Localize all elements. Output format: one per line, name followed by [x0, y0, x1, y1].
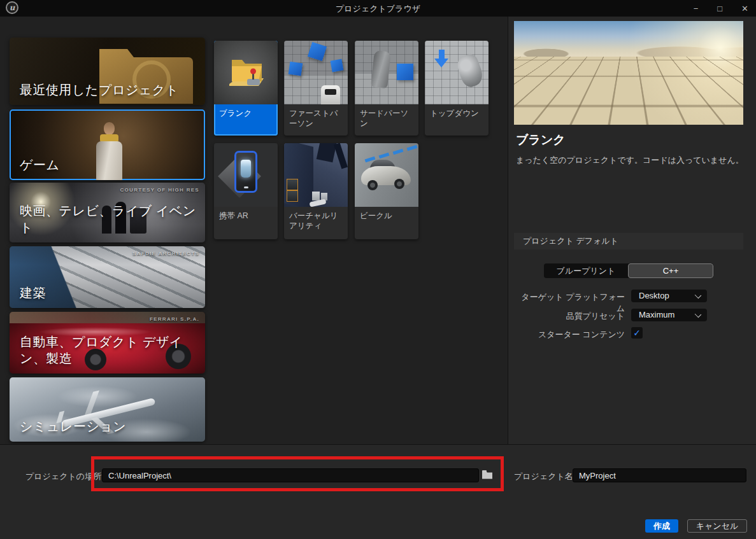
- chevron-down-icon: [695, 311, 701, 318]
- vehicle-thumbnail: [355, 143, 418, 207]
- credit-badge: COURTESY OF HIGH RES: [120, 187, 199, 193]
- sidebar-item-games[interactable]: ゲーム: [10, 109, 205, 180]
- cancel-button[interactable]: キャンセル: [687, 519, 747, 533]
- template-third-person[interactable]: サードパーソン: [355, 41, 418, 136]
- template-label: ビークル: [355, 207, 418, 221]
- project-name-input[interactable]: [573, 468, 746, 482]
- template-label: バーチャルリアリティ: [284, 207, 348, 232]
- maximize-icon[interactable]: □: [717, 4, 722, 13]
- browse-folder-button[interactable]: [481, 469, 494, 482]
- sidebar-item-label: 映画、テレビ、ライブ イベント: [20, 202, 198, 235]
- first-person-thumbnail: [284, 41, 348, 104]
- quality-preset-label: 品質プリセット: [514, 311, 625, 322]
- top-down-thumbnail: [425, 41, 489, 104]
- template-preview-image: [514, 21, 743, 125]
- character-art: [104, 122, 115, 135]
- third-person-thumbnail: [355, 41, 418, 104]
- folder-icon: [481, 470, 493, 480]
- template-label: 携帯 AR: [214, 207, 278, 221]
- project-location-label: プロジェクトの場所: [25, 471, 101, 482]
- detail-panel: ブランク まったく空のプロジェクトです。コードは入っていません。 プロジェクト …: [508, 17, 756, 444]
- credit-badge: FERRARI S.P.A.: [150, 316, 199, 322]
- template-vehicle[interactable]: ビークル: [355, 143, 418, 239]
- template-title: ブランク: [516, 132, 566, 148]
- template-label: サードパーソン: [355, 104, 418, 129]
- sidebar-item-label: ゲーム: [20, 157, 59, 173]
- sidebar-item-label: 建築: [20, 284, 46, 301]
- main-content: 最近使用したプロジェクト ゲーム COURTESY OF HIGH RES 映画…: [0, 17, 508, 444]
- window-title: プロジェクトブラウザ: [0, 3, 756, 15]
- template-label: トップダウン: [425, 104, 489, 118]
- starter-content-checkbox[interactable]: ✓: [631, 327, 643, 339]
- sidebar-item-architecture[interactable]: SAFDIE ARCHITECTS 建築: [10, 246, 205, 308]
- project-name-label: プロジェクト名: [514, 471, 573, 482]
- sidebar-item-label: 最近使用したプロジェクト: [20, 81, 179, 98]
- quality-preset-dropdown[interactable]: Maximum: [631, 309, 707, 321]
- project-browser-window: u プロジェクトブラウザ − □ ✕ 最近使用したプロジェクト ゲーム: [0, 0, 756, 539]
- window-controls: − □ ✕: [694, 0, 748, 17]
- blueprint-option[interactable]: ブループリント: [544, 263, 628, 278]
- title-bar: u プロジェクトブラウザ − □ ✕: [0, 0, 756, 17]
- create-button[interactable]: 作成: [645, 519, 678, 533]
- target-platform-dropdown[interactable]: Desktop: [631, 290, 707, 302]
- credit-badge: SAFDIE ARCHITECTS: [132, 251, 199, 256]
- close-icon[interactable]: ✕: [741, 4, 748, 13]
- language-toggle: ブループリント C++: [544, 263, 713, 278]
- minimize-icon[interactable]: −: [694, 4, 699, 13]
- sun-glow: [514, 21, 743, 125]
- project-location-input[interactable]: [102, 468, 479, 482]
- template-label: ブランク: [214, 104, 278, 118]
- sidebar-item-film-tv-live-events[interactable]: COURTESY OF HIGH RES 映画、テレビ、ライブ イベント: [10, 183, 205, 242]
- sidebar-item-label: 自動車、プロダクト デザイン、製造: [20, 333, 198, 367]
- virtual-reality-thumbnail: [284, 143, 348, 207]
- footer-bar: プロジェクトの場所 プロジェクト名 作成 キャンセル: [0, 444, 756, 539]
- handheld-ar-thumbnail: [214, 143, 278, 207]
- cpp-option[interactable]: C++: [628, 263, 713, 278]
- template-top-down[interactable]: トップダウン: [425, 41, 489, 136]
- folder-gamepad-icon: [225, 55, 266, 90]
- chevron-down-icon: [695, 292, 701, 298]
- template-handheld-ar[interactable]: 携帯 AR: [214, 143, 278, 239]
- template-blank[interactable]: ブランク: [214, 41, 278, 136]
- starter-content-label: スターター コンテンツ: [514, 329, 625, 340]
- template-description: まったく空のプロジェクトです。コードは入っていません。: [516, 155, 744, 167]
- sidebar-item-simulation[interactable]: シミュレーション: [10, 377, 205, 442]
- template-virtual-reality[interactable]: バーチャルリアリティ: [284, 143, 348, 239]
- check-icon: ✓: [633, 328, 641, 338]
- project-defaults-header: プロジェクト デフォルト: [514, 233, 743, 249]
- blank-template-thumbnail: [214, 41, 278, 104]
- template-first-person[interactable]: ファーストパーソン: [284, 41, 348, 136]
- sidebar-item-automotive-product-design[interactable]: FERRARI S.P.A. 自動車、プロダクト デザイン、製造: [10, 312, 205, 374]
- template-label: ファーストパーソン: [284, 104, 348, 129]
- sidebar-item-recent-projects[interactable]: 最近使用したプロジェクト: [10, 38, 205, 105]
- sidebar-item-label: シミュレーション: [20, 418, 126, 435]
